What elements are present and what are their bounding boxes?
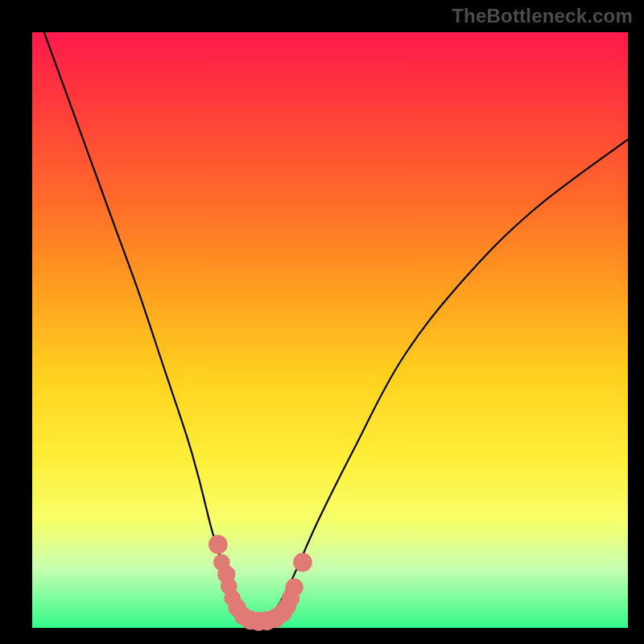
chart-svg	[32, 32, 628, 628]
curve-left-branch	[44, 32, 256, 622]
curve-right-branch	[256, 139, 629, 621]
watermark-text: TheBottleneck.com	[452, 5, 633, 27]
guide-dot-group	[208, 535, 312, 631]
chart-plot-area	[32, 32, 628, 628]
guide-dot	[293, 553, 312, 572]
chart-outer-frame: TheBottleneck.com	[0, 0, 644, 644]
guide-dot	[208, 535, 228, 555]
guide-dot	[286, 579, 303, 597]
